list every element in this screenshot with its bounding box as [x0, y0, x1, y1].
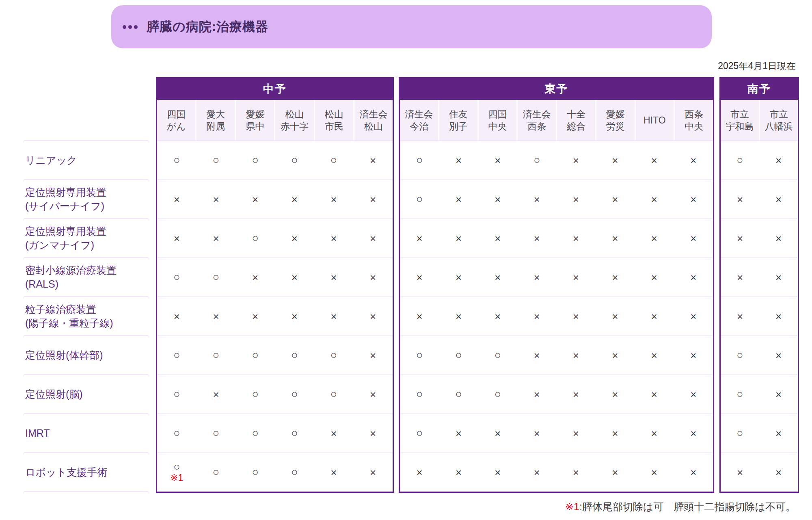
cell-footnote-marker: ※1	[170, 473, 183, 483]
cross-symbol: ×	[174, 233, 180, 244]
cross-symbol: ×	[495, 311, 501, 322]
cross-symbol: ×	[370, 467, 376, 478]
cross-symbol: ×	[174, 311, 180, 322]
table-row: ××××××××	[400, 297, 713, 336]
cross-symbol: ×	[417, 233, 423, 244]
matrix-cell: ×	[314, 180, 354, 219]
table-row: ○×	[721, 414, 798, 453]
cross-symbol: ×	[174, 194, 180, 205]
title-banner: 膵臓の病院:治療機器	[111, 5, 712, 48]
hospital-header-cell: 愛媛 労災	[596, 100, 635, 141]
matrix-cell: ×	[275, 180, 314, 219]
matrix-cell: ○	[197, 453, 236, 492]
matrix-cell: ○	[197, 336, 236, 375]
cross-symbol: ×	[370, 155, 376, 166]
matrix-cell: ×	[557, 414, 596, 453]
matrix-cell: ×	[517, 180, 556, 219]
matrix-cell: ○	[157, 336, 197, 375]
table-row: ○○○○○×	[157, 141, 393, 180]
cross-symbol: ×	[456, 428, 462, 439]
matrix-cell: ×	[635, 336, 674, 375]
cross-symbol: ×	[534, 272, 540, 283]
matrix-cell: ×	[674, 336, 713, 375]
circle-symbol: ○	[291, 389, 298, 400]
matrix-cell: ○	[439, 375, 478, 414]
matrix-cell: ○	[197, 414, 236, 453]
cross-symbol: ×	[690, 467, 696, 478]
cross-symbol: ×	[651, 272, 657, 283]
cross-symbol: ×	[690, 350, 696, 361]
circle-symbol: ○	[173, 462, 180, 472]
matrix-cell: ×	[635, 453, 674, 492]
table-row: ××××××	[157, 297, 393, 336]
cross-symbol: ×	[417, 272, 423, 283]
cross-symbol: ×	[612, 311, 618, 322]
matrix-cell: ×	[157, 297, 197, 336]
region-header: 南予	[721, 78, 798, 100]
matrix-cell: ×	[275, 219, 314, 258]
matrix-cell: ×	[635, 219, 674, 258]
matrix-cell: ○	[157, 141, 197, 180]
matrix-cell: ×	[759, 336, 798, 375]
table-row: ××××××	[157, 180, 393, 219]
circle-symbol: ○	[291, 155, 298, 166]
table-row: ○×××××××	[400, 414, 713, 453]
matrix-cell: ×	[635, 375, 674, 414]
circle-symbol: ○	[416, 155, 423, 166]
matrix-cell: ×	[353, 375, 393, 414]
matrix-cell: ×	[721, 297, 759, 336]
equipment-label-column: リニアック定位照射専用装置 (サイバーナイフ)定位照射専用装置 (ガンマナイフ)…	[24, 141, 148, 492]
circle-symbol: ○	[330, 389, 337, 400]
circle-symbol: ○	[213, 155, 219, 166]
matrix-cell: ×	[353, 453, 393, 492]
circle-symbol: ○	[416, 389, 423, 400]
cross-symbol: ×	[651, 467, 657, 478]
matrix-cell: ×	[596, 414, 635, 453]
cross-symbol: ×	[573, 155, 579, 166]
matrix-cell: ×	[674, 180, 713, 219]
matrix-cell: ×	[400, 219, 439, 258]
matrix-cell: ○	[478, 336, 517, 375]
cross-symbol: ×	[612, 155, 618, 166]
circle-symbol: ○	[252, 233, 259, 244]
cross-symbol: ×	[775, 194, 782, 205]
cross-symbol: ×	[775, 155, 782, 166]
hospital-header-cell: 住友 別子	[439, 100, 477, 141]
circle-symbol: ○	[533, 155, 540, 166]
matrix-cell: ○	[235, 375, 275, 414]
cross-symbol: ×	[690, 155, 696, 166]
cross-symbol: ×	[690, 194, 696, 205]
matrix-cell: ×	[557, 141, 596, 180]
matrix-cell: ×	[635, 141, 674, 180]
circle-symbol: ○	[416, 428, 423, 439]
hospital-header-cell: 済生会 松山	[354, 100, 393, 141]
matrix-cell: ○	[275, 414, 314, 453]
cross-symbol: ×	[213, 311, 219, 322]
matrix-cell: ×	[596, 297, 635, 336]
matrix-cell: ×	[314, 414, 354, 453]
matrix-cell: ×	[557, 336, 596, 375]
circle-symbol: ○	[213, 350, 219, 361]
matrix-cell: ○	[721, 414, 759, 453]
matrix-cell: ×	[517, 414, 556, 453]
circle-symbol: ○	[736, 350, 743, 361]
cross-symbol: ×	[370, 194, 376, 205]
cross-symbol: ×	[370, 389, 376, 400]
cross-symbol: ×	[370, 350, 376, 361]
matrix-cell: ×	[759, 414, 798, 453]
matrix-cell: ×	[557, 297, 596, 336]
cross-symbol: ×	[252, 194, 258, 205]
cross-symbol: ×	[775, 272, 782, 283]
hospital-header-cell: 西条 中央	[675, 100, 713, 141]
equipment-label: IMRT	[24, 414, 148, 453]
circle-symbol: ○	[173, 155, 180, 166]
table-row: ××××××××	[400, 453, 713, 492]
matrix-cell: ×	[517, 336, 556, 375]
footnote: ※1:膵体尾部切除は可 膵頭十二指腸切除は不可。	[565, 500, 796, 514]
matrix-cell: ×	[314, 219, 354, 258]
matrix-cell: ○	[314, 336, 354, 375]
cross-symbol: ×	[612, 272, 618, 283]
table-row: ○※1○○○××	[157, 453, 393, 492]
matrix-cell: ×	[353, 297, 393, 336]
matrix-cell: ×	[759, 180, 798, 219]
